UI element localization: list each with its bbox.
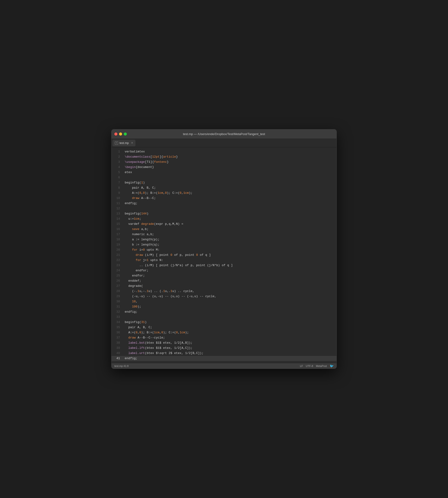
line-numbers: 1 2 3 4 5 6 7 8 9 10 11 12 13 14 15 16 1…: [112, 147, 123, 363]
status-right: LF UTF-8 MetaPost 🐦: [300, 364, 334, 368]
line-num-3: 3: [112, 160, 123, 165]
bird-icon[interactable]: 🐦: [330, 364, 334, 368]
code-line-22: for j=1 upto N:: [123, 258, 336, 263]
line-num-15: 15: [112, 221, 123, 227]
line-num-9: 9: [112, 191, 123, 196]
code-line-36: A:=(0,0); B:=(1cm,0); C:=(0,1cm);: [123, 330, 336, 335]
code-line-7: beginfig(1): [123, 180, 336, 185]
code-line-30: 10,: [123, 299, 336, 304]
code-line-32: endfig;: [123, 309, 336, 315]
line-num-38: 38: [112, 340, 123, 346]
tab-bar: ≡ test.mp ✕: [112, 139, 336, 147]
status-bar: test.mp 41:8 LF UTF-8 MetaPost 🐦: [112, 363, 336, 368]
code-line-16: save a,b;: [123, 227, 336, 232]
line-num-30: 30: [112, 299, 123, 304]
line-num-29: 29: [112, 294, 123, 299]
line-num-18: 18: [112, 237, 123, 242]
code-line-27: degrade(: [123, 283, 336, 289]
code-line-2: \documentclass[12pt]{article}: [123, 154, 336, 160]
file-icon: ≡: [115, 141, 118, 145]
line-num-31: 31: [112, 304, 123, 309]
code-line-14: u:=1cm;: [123, 216, 336, 221]
line-num-22: 22: [112, 258, 123, 263]
code-line-33: [123, 315, 336, 320]
code-line-25: endfor;: [123, 273, 336, 278]
line-num-8: 8: [112, 185, 123, 191]
editor-area: 1 2 3 4 5 6 7 8 9 10 11 12 13 14 15 16 1…: [112, 147, 336, 363]
minimize-button[interactable]: [119, 133, 122, 135]
code-line-20: for i=0 upto M:: [123, 247, 336, 252]
line-num-28: 28: [112, 289, 123, 294]
line-num-36: 36: [112, 330, 123, 335]
code-line-11: endfig;: [123, 201, 336, 206]
line-num-4: 4: [112, 165, 123, 170]
line-num-19: 19: [112, 242, 123, 247]
line-num-34: 34: [112, 320, 123, 325]
code-line-41: endfig;: [123, 356, 336, 361]
code-line-23: .. (i/M) [ point (j/N*a) of p, point (j/…: [123, 263, 336, 268]
code-line-6: [123, 175, 336, 180]
status-line-ending[interactable]: LF: [300, 365, 303, 367]
code-line-24: endfor;: [123, 268, 336, 273]
line-num-7: 7: [112, 180, 123, 185]
line-num-24: 24: [112, 268, 123, 273]
code-line-4: \begin{document}: [123, 165, 336, 170]
maximize-button[interactable]: [124, 133, 127, 135]
code-line-21: draw (i/M) [ point 0 of p, point 0 of q …: [123, 252, 336, 258]
status-encoding[interactable]: UTF-8: [306, 365, 313, 367]
line-num-40: 40: [112, 351, 123, 356]
line-num-33: 33: [112, 315, 123, 320]
line-num-25: 25: [112, 273, 123, 278]
code-line-1: verbatimtex: [123, 149, 336, 154]
close-button[interactable]: [114, 133, 117, 135]
line-num-27: 27: [112, 283, 123, 289]
code-line-10: draw A--B--C;: [123, 196, 336, 201]
line-num-20: 20: [112, 247, 123, 252]
code-line-40: label.urt(btex $\sqrt 2$ etex, 1/2[B,C])…: [123, 351, 336, 356]
code-line-17: numeric a,b;: [123, 232, 336, 237]
tab-label: test.mp: [120, 141, 129, 145]
code-line-34: beginfig(31): [123, 320, 336, 325]
traffic-lights: [114, 133, 127, 135]
tab-test-mp[interactable]: ≡ test.mp ✕: [112, 140, 135, 146]
code-content[interactable]: verbatimtex \documentclass[12pt]{article…: [123, 147, 336, 363]
line-num-21: 21: [112, 252, 123, 258]
code-line-31: 100);: [123, 304, 336, 309]
line-num-41: 41: [112, 356, 123, 361]
line-num-39: 39: [112, 346, 123, 351]
code-line-18: a := length(p);: [123, 237, 336, 242]
code-line-12: [123, 206, 336, 211]
line-num-6: 6: [112, 175, 123, 180]
tab-close-button[interactable]: ✕: [131, 141, 133, 145]
line-num-12: 12: [112, 206, 123, 211]
line-num-2: 2: [112, 154, 123, 160]
code-line-28: (-.1u,-.1u) .. (.1u,.1u) .. cycle,: [123, 289, 336, 294]
line-num-37: 37: [112, 335, 123, 340]
line-num-16: 16: [112, 227, 123, 232]
line-num-11: 11: [112, 201, 123, 206]
status-filename-position: test.mp 41:8: [114, 365, 129, 367]
titlebar: test.mp — /Users/ende/Dropbox/Test/MetaP…: [112, 130, 336, 139]
code-line-3: \usepackage[T1]{fontenc}: [123, 160, 336, 165]
line-num-1: 1: [112, 149, 123, 154]
code-line-38: label.bot(btex $1$ etex, 1/2[A,B]);: [123, 340, 336, 346]
line-num-23: 23: [112, 263, 123, 268]
code-line-39: label.lft(btex $1$ etex, 1/2[A,C]);: [123, 346, 336, 351]
status-left: test.mp 41:8: [114, 365, 129, 367]
code-line-5: etex: [123, 170, 336, 175]
code-line-8: pair A, B, C;: [123, 185, 336, 191]
line-num-5: 5: [112, 170, 123, 175]
line-num-14: 14: [112, 216, 123, 221]
line-num-10: 10: [112, 196, 123, 201]
line-num-13: 13: [112, 211, 123, 216]
code-line-13: beginfig(144): [123, 211, 336, 216]
code-line-19: b := length(q);: [123, 242, 336, 247]
line-num-17: 17: [112, 232, 123, 237]
code-line-15: vardef degrade(expr p,q,M,N) =: [123, 221, 336, 227]
code-line-35: pair A, B, C;: [123, 325, 336, 330]
editor-window: test.mp — /Users/ende/Dropbox/Test/MetaP…: [111, 129, 337, 369]
code-line-9: A:=(0,0); B:=(1cm,0); C:=(0,1cm);: [123, 191, 336, 196]
line-num-32: 32: [112, 309, 123, 315]
code-line-26: enddef;: [123, 278, 336, 283]
status-language[interactable]: MetaPost: [316, 365, 327, 367]
